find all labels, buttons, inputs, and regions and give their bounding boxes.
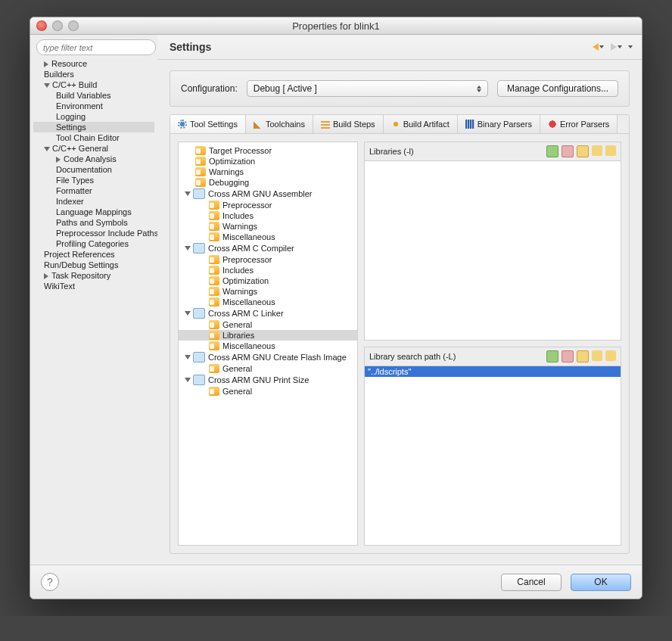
chevron-right-icon (44, 61, 48, 67)
libraries-list[interactable] (365, 160, 621, 340)
nav-item[interactable]: C/C++ Build (33, 79, 154, 90)
menu-icon[interactable] (628, 45, 633, 48)
nav-item[interactable]: Code Analysis (33, 154, 154, 164)
edit-icon[interactable] (577, 350, 589, 363)
nav-item[interactable]: Project References (33, 249, 154, 260)
library-path-list[interactable]: "../ldscripts" (365, 366, 621, 545)
nav-item[interactable]: Settings (33, 122, 154, 132)
tab-error-parsers[interactable]: Error Parsers (540, 115, 618, 133)
chevron-down-icon (44, 147, 50, 151)
nav-item[interactable]: Formatter (33, 185, 154, 196)
nav-item[interactable]: Resource (33, 58, 154, 69)
library-path-pane: Library search path (-L) "../ldscripts" (364, 347, 621, 546)
move-up-icon[interactable] (592, 350, 602, 361)
cup-icon (391, 120, 400, 129)
nav-item[interactable]: Paths and Symbols (33, 217, 154, 228)
zoom-icon[interactable] (68, 20, 79, 31)
delete-icon[interactable] (562, 145, 574, 157)
edit-icon[interactable] (577, 145, 589, 157)
nav-item[interactable]: WikiText (33, 281, 154, 291)
settings-tree-item[interactable]: Warnings (179, 166, 357, 177)
nav-item[interactable]: Indexer (33, 196, 154, 207)
tab-build-steps[interactable]: Build Steps (313, 115, 384, 133)
nav-item[interactable]: Builders (33, 69, 154, 79)
tab-label: Toolchains (266, 120, 305, 129)
libraries-title: Libraries (-l) (369, 147, 414, 156)
tab-build-artifact[interactable]: Build Artifact (384, 115, 458, 133)
nav-item[interactable]: Documentation (33, 164, 154, 175)
settings-tree-item[interactable]: Cross ARM GNU Create Flash Image (179, 351, 357, 363)
nav-item[interactable]: File Types (33, 175, 154, 185)
settings-tree-item[interactable]: Cross ARM C Compiler (179, 242, 357, 254)
properties-dialog: Properties for blink1 ResourceBuildersC/… (30, 17, 642, 599)
nav-sidebar: ResourceBuildersC/C++ BuildBuild Variabl… (30, 35, 157, 565)
minimize-icon[interactable] (52, 20, 63, 31)
chevron-down-icon (185, 378, 191, 382)
settings-tree-item[interactable]: General (179, 319, 357, 330)
cancel-button[interactable]: Cancel (501, 574, 562, 591)
nav-item[interactable]: Profiling Categories (33, 238, 154, 249)
settings-tree-item[interactable]: Miscellaneous (179, 341, 357, 351)
settings-tree-item[interactable]: Warnings (179, 286, 357, 297)
nav-item[interactable]: Preprocessor Include Paths (33, 228, 154, 238)
folder-icon (209, 287, 219, 296)
nav-item[interactable]: Language Mappings (33, 207, 154, 217)
forward-button[interactable] (609, 42, 623, 52)
settings-tree-item[interactable]: General (179, 386, 357, 397)
nav-item[interactable]: Task Repository (33, 270, 154, 281)
move-down-icon[interactable] (605, 350, 616, 361)
settings-tree-item[interactable]: Libraries (179, 330, 357, 341)
chevron-down-icon (185, 311, 191, 316)
settings-tree-item[interactable]: Includes (179, 265, 357, 275)
chevron-down-icon (185, 355, 191, 359)
delete-icon[interactable] (562, 350, 574, 363)
page-title: Settings (170, 41, 211, 53)
settings-tree-item[interactable]: Includes (179, 210, 357, 221)
settings-tree-item[interactable]: Cross ARM GNU Assembler (179, 188, 357, 200)
folder-icon (209, 201, 219, 210)
nav-item[interactable]: Tool Chain Editor (33, 132, 154, 143)
titlebar: Properties for blink1 (30, 17, 642, 35)
settings-tree-item[interactable]: Debugging (179, 177, 357, 188)
settings-tree-item[interactable]: Optimization (179, 275, 357, 286)
settings-tree-item[interactable]: General (179, 363, 357, 374)
close-icon[interactable] (36, 20, 47, 31)
tool-icon (193, 352, 205, 363)
move-up-icon[interactable] (592, 145, 602, 156)
settings-tree[interactable]: Target ProcessorOptimizationWarningsDebu… (178, 142, 358, 546)
nav-item[interactable]: Logging (33, 111, 154, 122)
move-down-icon[interactable] (605, 145, 616, 156)
tab-binary-parsers[interactable]: Binary Parsers (458, 115, 540, 133)
folder-icon (209, 320, 219, 329)
chevron-right-icon (44, 273, 48, 279)
list-item[interactable]: "../ldscripts" (365, 366, 621, 377)
nav-item[interactable]: Environment (33, 101, 154, 111)
settings-tree-item[interactable]: Preprocessor (179, 200, 357, 210)
nav-item[interactable]: Build Variables (33, 90, 154, 101)
nav-item[interactable]: Run/Debug Settings (33, 260, 154, 270)
nav-item[interactable]: C/C++ General (33, 143, 154, 154)
add-icon[interactable] (546, 350, 558, 363)
configuration-bar: Configuration: Debug [ Active ] Manage C… (170, 70, 630, 107)
settings-tree-item[interactable]: Miscellaneous (179, 232, 357, 242)
back-button[interactable] (591, 42, 605, 52)
add-icon[interactable] (546, 145, 558, 157)
settings-tree-item[interactable]: Target Processor (179, 145, 357, 156)
settings-tree-item[interactable]: Preprocessor (179, 254, 357, 265)
ok-button[interactable]: OK (571, 574, 631, 591)
tab-toolchains[interactable]: Toolchains (246, 115, 313, 133)
help-button[interactable]: ? (41, 573, 59, 591)
configuration-select[interactable]: Debug [ Active ] (247, 80, 488, 97)
tabbar: Tool SettingsToolchainsBuild StepsBuild … (170, 115, 629, 134)
tab-tool-settings[interactable]: Tool Settings (170, 115, 246, 133)
settings-tree-item[interactable]: Cross ARM C Linker (179, 307, 357, 319)
filter-input[interactable] (36, 39, 156, 55)
settings-tree-item[interactable]: Cross ARM GNU Print Size (179, 374, 357, 386)
folder-icon (209, 255, 219, 264)
settings-tree-item[interactable]: Optimization (179, 156, 357, 166)
folder-icon (195, 167, 206, 176)
chevron-down-icon (185, 191, 191, 196)
settings-tree-item[interactable]: Warnings (179, 221, 357, 232)
settings-tree-item[interactable]: Miscellaneous (179, 297, 357, 307)
manage-configurations-button[interactable]: Manage Configurations... (497, 80, 618, 97)
